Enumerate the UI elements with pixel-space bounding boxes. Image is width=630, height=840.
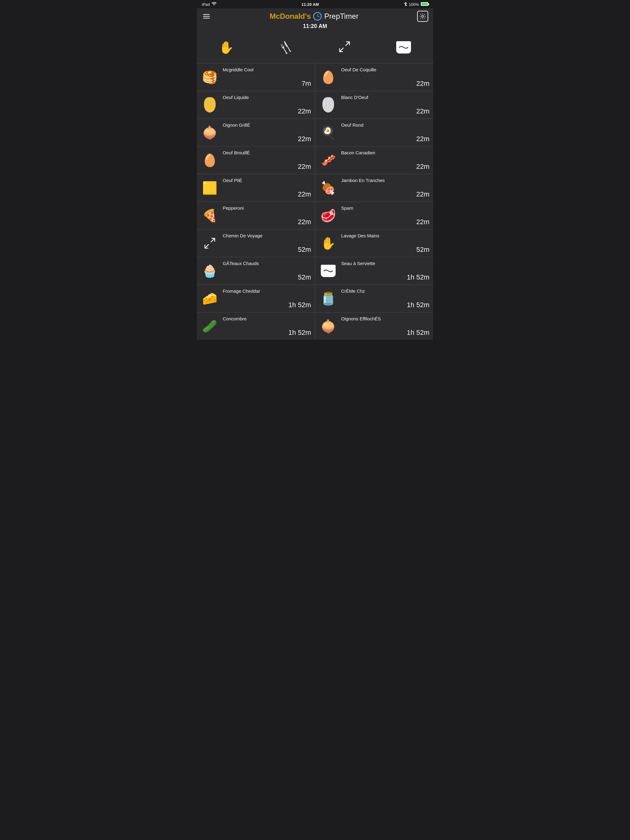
item-info: Pepperoni 22m	[223, 205, 311, 226]
app-title: McDonald's PrepTimer	[270, 12, 359, 21]
item-info: Concombre 1h 52m	[223, 316, 311, 337]
item-info: Bacon Canadien 22m	[341, 150, 429, 171]
status-right: 100%	[404, 2, 428, 7]
item-name: Pepperoni	[223, 205, 311, 211]
item-icon: 🧅	[319, 317, 337, 335]
item-name: GÂTeaux Chauds	[223, 261, 311, 267]
expand-button[interactable]	[335, 38, 354, 57]
clock-icon	[313, 12, 322, 21]
hand-icon: ✋	[219, 40, 234, 55]
item-icon: 🥞	[201, 68, 219, 87]
grid-cell-item[interactable]: Chemin De Voyage 52m	[197, 230, 315, 257]
grid-cell-item[interactable]: 🥓 Bacon Canadien 22m	[315, 147, 433, 174]
item-info: Mcgriddle Cool 7m	[223, 67, 311, 88]
grid-cell-item[interactable]: 🫙 CrÈMe Chz 1h 52m	[315, 285, 433, 312]
menu-button[interactable]	[202, 13, 211, 20]
grid-cell-item[interactable]: Blanc D'Oeuf 22m	[315, 91, 433, 118]
item-time: 22m	[223, 188, 311, 198]
item-icon: 🧁	[201, 262, 219, 280]
grid-cell-item[interactable]: 🍳 Oeuf Rond 22m	[315, 119, 433, 146]
item-name: Fromage Cheddar	[223, 288, 311, 294]
item-time: 22m	[223, 160, 311, 171]
item-name: Oignon GrillÉ	[223, 122, 311, 128]
battery-icon	[421, 2, 428, 7]
item-name: Oeuf BrouillÉ	[223, 150, 311, 156]
item-info: Seau à Serviette 1h 52m	[341, 261, 429, 281]
grid-cell-item[interactable]: 🧀 Fromage Cheddar 1h 52m	[197, 285, 315, 312]
item-icon: 🍕	[201, 206, 219, 225]
item-name: Seau à Serviette	[341, 261, 429, 267]
bluetooth-icon	[404, 2, 407, 7]
grid-cell-item[interactable]: 🥩 Spam 22m	[315, 202, 433, 229]
grid-cell-item[interactable]: Seau à Serviette 1h 52m	[315, 257, 433, 284]
item-name: Chemin De Voyage	[223, 233, 311, 239]
item-name: Oeuf Rond	[341, 122, 429, 128]
grid-cell-item[interactable]: 🥚 Oeuf De Coquille 22m	[315, 64, 433, 91]
item-time: 1h 52m	[341, 271, 429, 281]
spatula-button[interactable]: 🍴	[276, 38, 295, 57]
grid-cell-item[interactable]: 🧅 Oignon GrillÉ 22m	[197, 119, 315, 146]
item-time: 22m	[341, 77, 429, 88]
item-info: Oignons EffilochÉS 1h 52m	[341, 316, 429, 337]
grid-cell-item[interactable]: 🥒 Concombre 1h 52m	[197, 313, 315, 340]
preptimer-label: PrepTimer	[324, 12, 358, 21]
item-name: Lavage Des Mains	[341, 233, 429, 239]
grid-cell-item[interactable]: 🍖 Jambon En Tranches 22m	[315, 174, 433, 201]
tray-icon	[396, 41, 411, 54]
hand-button[interactable]: ✋	[217, 38, 236, 57]
item-name: Concombre	[223, 316, 311, 322]
item-time: 22m	[341, 105, 429, 115]
item-name: Spam	[341, 205, 429, 211]
item-name: CrÈMe Chz	[341, 288, 429, 294]
grid-cell-item[interactable]: 🥚 Oeuf BrouillÉ 22m	[197, 147, 315, 174]
item-icon: 🫙	[319, 289, 337, 308]
item-info: Oeuf BrouillÉ 22m	[223, 150, 311, 171]
item-name: Jambon En Tranches	[341, 177, 429, 183]
spatula-icon: 🍴	[276, 38, 295, 57]
item-time: 22m	[341, 160, 429, 171]
grid-cell-item[interactable]: 🍕 Pepperoni 22m	[197, 202, 315, 229]
grid-cell-item[interactable]: ✋ Lavage Des Mains 52m	[315, 230, 433, 257]
item-time: 52m	[223, 271, 311, 281]
grid-cell-item[interactable]: 🟨 Oeuf PliÉ 22m	[197, 174, 315, 201]
grid-cell-item[interactable]: 🥞 Mcgriddle Cool 7m	[197, 64, 315, 91]
grid-cell-item[interactable]: 🧁 GÂTeaux Chauds 52m	[197, 257, 315, 284]
item-icon: 🥚	[319, 68, 337, 87]
item-info: Oeuf PliÉ 22m	[223, 177, 311, 198]
item-info: Fromage Cheddar 1h 52m	[223, 288, 311, 309]
settings-button[interactable]	[417, 11, 428, 22]
item-name: Mcgriddle Cool	[223, 67, 311, 73]
item-info: Jambon En Tranches 22m	[341, 177, 429, 198]
item-info: Chemin De Voyage 52m	[223, 233, 311, 254]
svg-point-0	[422, 15, 424, 17]
status-bar: iPad 11:20 AM 100%	[197, 0, 433, 8]
item-time: 22m	[223, 105, 311, 115]
item-icon: 🧅	[201, 123, 219, 142]
item-info: Lavage Des Mains 52m	[341, 233, 429, 254]
item-info: CrÈMe Chz 1h 52m	[341, 288, 429, 309]
item-time: 1h 52m	[223, 298, 311, 309]
item-icon	[319, 96, 337, 114]
item-icon: ✋	[319, 234, 337, 253]
items-grid: 🥞 Mcgriddle Cool 7m 🥚 Oeuf De Coquille 2…	[197, 63, 433, 340]
device-label: iPad	[202, 2, 210, 7]
item-time: 1h 52m	[341, 326, 429, 337]
item-info: GÂTeaux Chauds 52m	[223, 261, 311, 281]
grid-cell-item[interactable]: Oeuf Liquide 22m	[197, 91, 315, 118]
item-time: 22m	[341, 216, 429, 226]
item-time: 22m	[223, 216, 311, 226]
grid-cell-item[interactable]: 🧅 Oignons EffilochÉS 1h 52m	[315, 313, 433, 340]
item-time: 1h 52m	[223, 326, 311, 337]
item-info: Oeuf De Coquille 22m	[341, 67, 429, 88]
item-time: 22m	[341, 188, 429, 198]
item-icon: 🍖	[319, 178, 337, 197]
item-icon	[201, 96, 219, 114]
item-info: Oignon GrillÉ 22m	[223, 122, 311, 143]
battery-percent: 100%	[409, 2, 419, 7]
item-time: 7m	[223, 77, 311, 88]
item-name: Bacon Canadien	[341, 150, 429, 156]
item-name: Oignons EffilochÉS	[341, 316, 429, 322]
item-info: Oeuf Liquide 22m	[223, 95, 311, 115]
item-icon: 🥒	[201, 317, 219, 335]
tray-button[interactable]	[394, 38, 413, 57]
